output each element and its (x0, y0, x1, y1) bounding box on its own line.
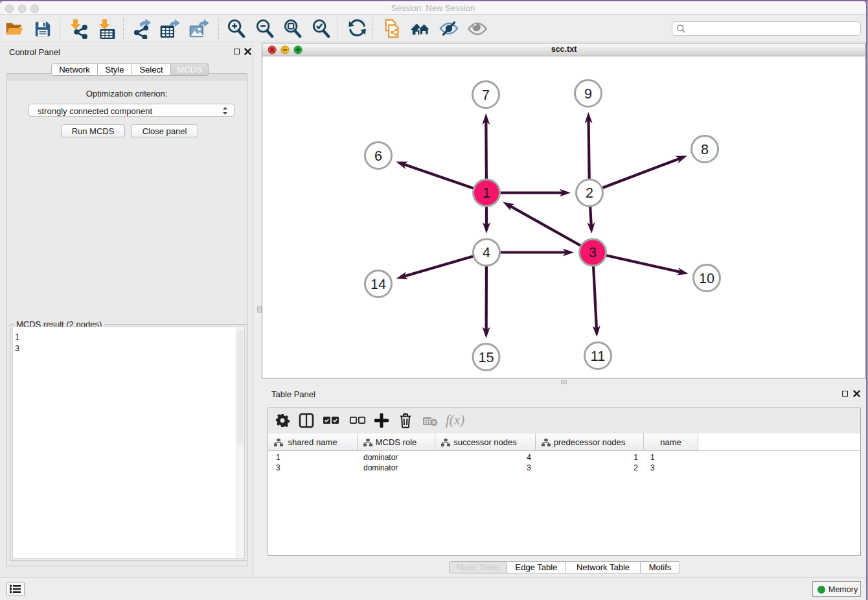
svg-text:1: 1 (483, 185, 490, 201)
svg-text:9: 9 (584, 86, 592, 102)
svg-text:4: 4 (483, 245, 490, 260)
svg-text:14: 14 (371, 277, 386, 292)
svg-text:10: 10 (699, 271, 714, 286)
svg-text:7: 7 (482, 87, 490, 103)
svg-text:15: 15 (479, 350, 494, 365)
svg-text:2: 2 (586, 185, 593, 201)
svg-text:3: 3 (589, 245, 597, 260)
svg-text:11: 11 (591, 349, 605, 364)
svg-text:8: 8 (701, 142, 709, 157)
svg-text:6: 6 (374, 148, 382, 164)
